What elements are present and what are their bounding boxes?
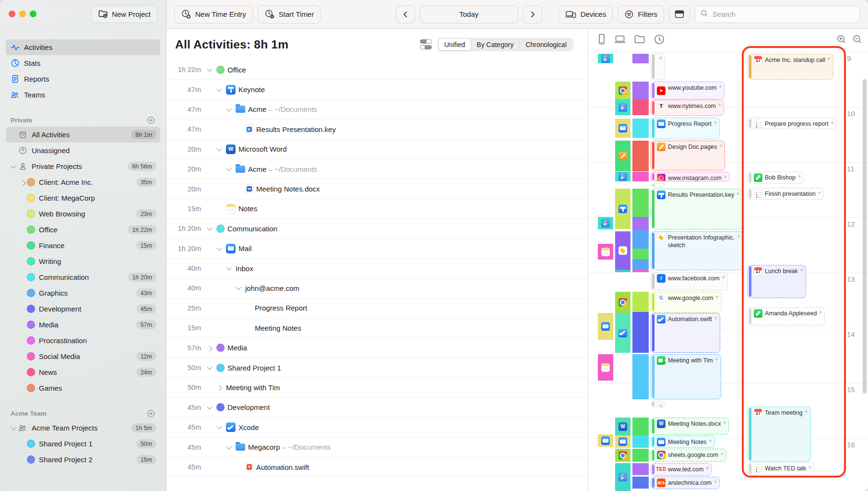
disclosure-chevron[interactable] [225, 167, 233, 171]
sidebar-item-stats[interactable]: Stats [6, 55, 160, 71]
timeline-block[interactable] [632, 119, 649, 138]
timeline-block[interactable] [632, 99, 649, 115]
activity-row-megacorp[interactable]: 45mMegacorp – ~/Documents [166, 437, 588, 457]
disclosure-chevron[interactable] [215, 147, 223, 151]
add-rule-button[interactable]: + [720, 450, 724, 457]
disclosure-chevron[interactable] [206, 68, 214, 72]
timeline-block[interactable] [632, 270, 649, 272]
sidebar-item-client-acme-inc[interactable]: Client: Acme Inc.35m [15, 174, 160, 190]
activity-row-progress-report[interactable]: 25mProgress Report [166, 299, 588, 318]
add-rule-button[interactable]: + [797, 173, 801, 180]
usage-entry-empty[interactable]: + [651, 53, 665, 80]
add-project-button[interactable] [146, 409, 155, 418]
timeline-block[interactable] [632, 449, 649, 462]
timeline-block[interactable] [615, 82, 630, 99]
activity-row-john-acme-com[interactable]: 40mjohn@acme.com [166, 278, 588, 298]
sidebar-item-acme-team-projects[interactable]: Acme Team Projects1h 5m [6, 420, 160, 436]
view-mode-icon[interactable] [420, 39, 432, 50]
activity-row-media[interactable]: 57mMedia [166, 338, 588, 358]
sidebar-item-web-browsing[interactable]: Web Browsing23m [15, 206, 160, 222]
add-rule-button[interactable]: + [800, 266, 804, 273]
view-option-chronological[interactable]: Chronological [519, 39, 572, 50]
task-entry-acme-inc-standup-call[interactable]: 17Acme Inc. standup call+ [748, 54, 833, 80]
add-rule-button[interactable]: + [718, 83, 722, 90]
disclosure-chevron[interactable] [225, 108, 233, 111]
activity-row-meeting-with-tim[interactable]: 50mMeeting with Tim [166, 378, 588, 397]
new-time-entry-button[interactable]: New Time Entry [174, 5, 253, 24]
filters-button[interactable]: Filters [618, 5, 664, 24]
timeline-scrollbar[interactable] [863, 79, 867, 394]
usage-entry-www-instagram-com[interactable]: www.instagram.com+ [651, 172, 730, 181]
activity-row-automation-swift[interactable]: 45mSAutomation.swift [166, 457, 588, 477]
search-field[interactable] [695, 5, 860, 23]
add-rule-button[interactable]: + [705, 465, 709, 471]
disclosure-chevron[interactable] [215, 247, 223, 251]
add-rule-button[interactable]: + [713, 478, 717, 485]
timeline-block[interactable] [598, 434, 613, 447]
disclosure-chevron[interactable] [19, 180, 27, 184]
add-rule-button[interactable]: + [723, 419, 726, 426]
disclosure-chevron[interactable] [10, 426, 17, 430]
task-entry-finish-presentation[interactable]: Finish presentation+ [748, 188, 824, 200]
timeline-block[interactable] [632, 312, 649, 353]
timeline-block[interactable] [615, 99, 630, 115]
view-option-unified[interactable]: Unified [439, 39, 471, 50]
add-rule-button[interactable]: + [724, 173, 727, 180]
add-rule-button[interactable]: + [713, 119, 717, 126]
timeline-block[interactable] [632, 172, 649, 181]
activity-row-acme[interactable]: 47mAcme – ~/Documents [166, 100, 588, 120]
activity-row-mail[interactable]: 1h 20mMail [166, 239, 588, 259]
usage-entry-presentation-infographic-sketch[interactable]: Presentation Infographic.sketch+ [651, 231, 743, 270]
activity-row-shared-project-1[interactable]: 50mShared Project 1 [166, 358, 588, 378]
minimize-button[interactable] [19, 11, 26, 17]
sidebar-item-procrastination[interactable]: Procrastination [15, 333, 160, 348]
usage-entry-meeting-notes-docx[interactable]: WMeeting Notes.docx+ [651, 418, 729, 435]
timeline-block[interactable] [632, 82, 649, 99]
start-timer-button[interactable]: Start Timer [258, 5, 321, 24]
timeline-block[interactable] [598, 313, 613, 340]
timeline-block[interactable] [632, 463, 649, 475]
timeline-block[interactable] [615, 119, 630, 138]
usage-entry-arstechnica-com[interactable]: arsarstechnica.com+ [651, 477, 720, 489]
zoom-button[interactable] [30, 11, 36, 17]
usage-entry-www-facebook-com[interactable]: fwww.facebook.com+ [651, 272, 728, 290]
activity-row-meeting-notes-docx[interactable]: 20mWMeeting Notes.docx [166, 179, 588, 199]
timeline-block[interactable] [632, 249, 649, 259]
sidebar-item-communication[interactable]: Communication1h 20m [15, 269, 160, 285]
timeline-block[interactable] [598, 244, 613, 260]
usage-entry-results-presentation-key[interactable]: Results Presentation.key+ [651, 189, 742, 229]
task-entry-prepare-progress-report[interactable]: Prepare progress report+ [748, 118, 837, 129]
usage-entry-meeting-with-tim[interactable]: Meeting with Tim+ [651, 354, 721, 399]
add-rule-button[interactable]: + [804, 408, 808, 415]
add-rule-button[interactable]: + [659, 402, 663, 407]
sidebar-item-graphics[interactable]: Graphics43m [15, 285, 160, 301]
disclosure-chevron[interactable] [206, 406, 214, 409]
sidebar-item-all-activities[interactable]: All Activities8h 1m [6, 127, 160, 143]
activity-row-communication[interactable]: 1h 20mCommunication [166, 219, 588, 239]
activity-row-notes[interactable]: 15mNotes [166, 199, 588, 219]
activity-row-office[interactable]: 1h 22mOffice [166, 60, 588, 80]
disclosure-chevron[interactable] [215, 425, 223, 429]
sidebar-item-writing[interactable]: Writing [15, 253, 160, 269]
disclosure-chevron[interactable] [206, 227, 214, 230]
previous-day-button[interactable] [396, 5, 415, 24]
sidebar-item-shared-project-2[interactable]: Shared Project 215m [15, 452, 160, 467]
add-project-button[interactable] [146, 116, 155, 125]
sidebar-item-news[interactable]: News24m [15, 364, 160, 380]
add-rule-button[interactable]: + [715, 293, 719, 300]
timeline-block[interactable] [615, 189, 630, 229]
sidebar-item-games[interactable]: Games [15, 380, 160, 396]
disclosure-chevron[interactable] [215, 385, 223, 389]
timeline-block[interactable] [615, 435, 630, 448]
disclosure-chevron[interactable] [206, 366, 214, 370]
usage-entry-sheets-google-com[interactable]: sheets.google.com+ [651, 449, 726, 462]
add-rule-button[interactable]: + [719, 142, 723, 149]
disclosure-chevron[interactable] [225, 445, 233, 449]
sidebar-item-office[interactable]: Office1h 22m [15, 222, 160, 238]
usage-entry-empty[interactable]: + [651, 401, 665, 407]
add-rule-button[interactable]: + [715, 356, 719, 362]
devices-button[interactable]: Devices [559, 5, 613, 24]
usage-entry-design-doc-pages[interactable]: Design Doc.pages+ [651, 141, 725, 170]
toggle-panel-button[interactable] [669, 5, 690, 24]
disclosure-chevron[interactable] [206, 346, 214, 350]
